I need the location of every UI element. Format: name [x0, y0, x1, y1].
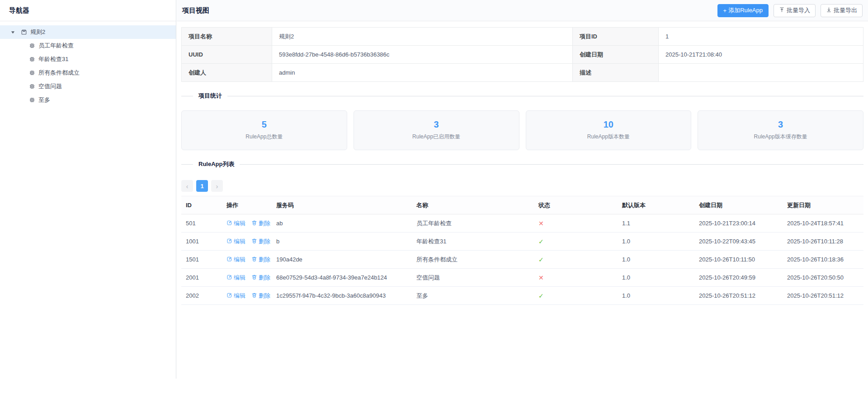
tree-item-ruleapp-1[interactable]: 员工年龄检查 — [0, 39, 176, 52]
cell-name: 空值问题 — [412, 269, 534, 287]
column-header: 默认版本 — [618, 196, 694, 214]
tree-item-ruleapp-4[interactable]: 空值问题 — [0, 80, 176, 93]
cell-service-code: 1c29557f-947b-4c32-9bcb-3a60c8a90943 — [272, 287, 412, 305]
column-header: 更新日期 — [783, 196, 863, 214]
stat-card-value: 10 — [604, 120, 613, 129]
cell-id: 1501 — [181, 251, 222, 269]
project-info-row: 创建人admin描述 — [182, 64, 863, 82]
batch-export-button[interactable]: 批量导出 — [821, 4, 863, 17]
tree-item-label: 空值问题 — [38, 82, 62, 90]
status-cross-icon: ✕ — [538, 220, 544, 227]
delete-button[interactable]: 删除 — [251, 219, 270, 228]
pagination-next-button[interactable]: › — [211, 180, 223, 192]
info-label: 描述 — [573, 64, 659, 82]
cell-name: 所有条件都成立 — [412, 251, 534, 269]
delete-button[interactable]: 删除 — [251, 292, 270, 300]
tree-item-ruleapp-2[interactable]: 年龄检查31 — [0, 52, 176, 66]
tree-root-label: 规则2 — [30, 28, 45, 36]
edit-button[interactable]: 编辑 — [226, 292, 245, 300]
cell-default-version: 1.0 — [618, 251, 694, 269]
trash-icon — [251, 256, 257, 263]
cell-created-date: 2025-10-26T20:51:12 — [694, 287, 783, 305]
cell-created-date: 2025-10-22T09:43:45 — [694, 233, 783, 251]
cell-id: 1001 — [181, 233, 222, 251]
status-check-icon: ✓ — [538, 292, 544, 299]
tree-item-ruleapp-5[interactable]: 至多 — [0, 93, 176, 107]
column-header: 状态 — [534, 196, 618, 214]
edit-label: 编辑 — [234, 237, 245, 246]
tree-item-project-root[interactable]: 规则2 — [0, 25, 176, 39]
cell-created-date: 2025-10-26T10:11:50 — [694, 251, 783, 269]
edit-icon — [226, 274, 232, 281]
add-ruleapp-button[interactable]: +添加RuleApp — [717, 4, 769, 17]
trash-icon — [251, 292, 257, 299]
page-title: 项目视图 — [182, 6, 717, 15]
cell-updated-date: 2025-10-26T20:50:50 — [783, 269, 863, 287]
stat-card-label: RuleApp版本缓存数量 — [754, 133, 807, 141]
cell-updated-date: 2025-10-26T10:11:28 — [783, 233, 863, 251]
chip-icon — [29, 83, 35, 90]
stat-card-label: RuleApp总数量 — [245, 133, 283, 141]
cell-name: 年龄检查31 — [412, 233, 534, 251]
cell-name: 至多 — [412, 287, 534, 305]
cell-actions: 编辑删除 — [222, 214, 272, 233]
cell-actions: 编辑删除 — [222, 251, 272, 269]
delete-button[interactable]: 删除 — [251, 237, 270, 246]
tree-children: 员工年龄检查年龄检查31所有条件都成立空值问题至多 — [0, 39, 176, 107]
delete-button[interactable]: 删除 — [251, 274, 270, 282]
delete-label: 删除 — [259, 219, 270, 228]
column-header: 操作 — [222, 196, 272, 214]
stat-card-2: 10RuleApp版本数量 — [526, 110, 692, 150]
app-window: 导航器 规则2 员工年龄检查年龄检查31所有条件都成立空值问题至多 项目视图 — [0, 0, 868, 394]
info-label: 项目ID — [573, 28, 659, 46]
cell-actions: 编辑删除 — [222, 269, 272, 287]
download-icon — [826, 7, 832, 14]
cell-status: ✕ — [534, 269, 618, 287]
stat-card-label: RuleApp版本数量 — [587, 133, 630, 141]
column-header: 名称 — [412, 196, 534, 214]
cell-service-code: 68e07529-54d3-4a8f-9734-39ea7e24b124 — [272, 269, 412, 287]
cell-default-version: 1.0 — [618, 233, 694, 251]
cell-updated-date: 2025-10-26T10:18:36 — [783, 251, 863, 269]
table-row: 2002编辑删除1c29557f-947b-4c32-9bcb-3a60c8a9… — [181, 287, 863, 305]
cell-status: ✕ — [534, 214, 618, 233]
delete-button[interactable]: 删除 — [251, 256, 270, 264]
cell-status: ✓ — [534, 233, 618, 251]
tree-item-ruleapp-3[interactable]: 所有条件都成立 — [0, 66, 176, 80]
caret-down-icon[interactable] — [11, 30, 15, 34]
project-info-body: 项目名称规则2项目ID1UUID593e8fdd-27be-4548-86d6-… — [182, 28, 863, 82]
package-icon — [21, 29, 27, 35]
chip-icon — [29, 56, 35, 62]
column-header: 服务码 — [272, 196, 412, 214]
batch-import-button[interactable]: 批量导入 — [774, 4, 816, 17]
cell-actions: 编辑删除 — [222, 233, 272, 251]
info-value: 1 — [659, 28, 863, 46]
info-label: 创建人 — [182, 64, 272, 82]
table-row: 1001编辑删除b年龄检查31✓1.02025-10-22T09:43:4520… — [181, 233, 863, 251]
edit-button[interactable]: 编辑 — [226, 256, 245, 264]
stat-card-value: 5 — [262, 120, 267, 129]
cell-service-code: 190a42de — [272, 251, 412, 269]
pagination-prev-button[interactable]: ‹ — [181, 180, 193, 192]
cell-service-code: ab — [272, 214, 412, 233]
edit-button[interactable]: 编辑 — [226, 274, 245, 282]
info-label: 项目名称 — [182, 28, 272, 46]
project-view-panel: 项目视图 +添加RuleApp 批量导入 批量导出 — [177, 0, 868, 394]
stat-card-value: 3 — [434, 120, 439, 129]
delete-label: 删除 — [259, 256, 270, 264]
edit-button[interactable]: 编辑 — [226, 237, 245, 246]
main-content: 项目名称规则2项目ID1UUID593e8fdd-27be-4548-86d6-… — [177, 21, 868, 305]
stat-card-1: 3RuleApp已启用数量 — [354, 110, 519, 150]
plus-icon: + — [723, 7, 727, 14]
pagination-page-1-button[interactable]: 1 — [196, 180, 208, 192]
stats-section-title: 项目统计 — [198, 92, 222, 100]
stat-card-value: 3 — [778, 120, 783, 129]
edit-label: 编辑 — [234, 219, 245, 228]
edit-label: 编辑 — [234, 256, 245, 264]
sidebar-title: 导航器 — [0, 0, 176, 21]
edit-label: 编辑 — [234, 274, 245, 282]
tree-item-label: 年龄检查31 — [38, 55, 68, 63]
cell-updated-date: 2025-10-24T18:57:41 — [783, 214, 863, 233]
cell-default-version: 1.0 — [618, 269, 694, 287]
edit-button[interactable]: 编辑 — [226, 219, 245, 228]
